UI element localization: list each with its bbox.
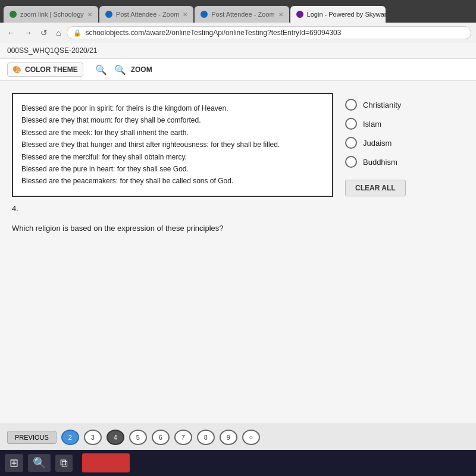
question-number: 4. — [12, 204, 333, 213]
zoom-out-button[interactable]: 🔍 — [93, 64, 109, 76]
tab-zoom-1[interactable]: Post Attendee - Zoom ✕ — [99, 6, 193, 23]
passage-line-3: Blessed are the meek: for they shall inh… — [21, 127, 324, 139]
page-num-3[interactable]: 3 — [84, 430, 102, 445]
task-view-button[interactable]: ⧉ — [55, 455, 73, 472]
passage-line-1: Blessed are the poor in spirit: for thei… — [21, 102, 324, 114]
passage-line-6: Blessed are the pure in heart: for they … — [21, 163, 324, 175]
passage-line-7: Blessed are the peacemakers: for they sh… — [21, 175, 324, 187]
answer-option-judaism[interactable]: Judaism — [345, 137, 464, 149]
radio-buddhism[interactable] — [345, 156, 357, 168]
back-button[interactable]: ← — [5, 27, 18, 39]
question-text: Which religion is based on the expressio… — [12, 224, 333, 233]
previous-button[interactable]: PREVIOUS — [7, 431, 57, 444]
tab-bar: zoom link | Schoology ✕ Post Attendee - … — [0, 0, 476, 23]
page-num-6[interactable]: 6 — [152, 430, 170, 445]
page-num-more[interactable]: ○ — [242, 430, 260, 445]
answer-option-buddhism[interactable]: Buddhism — [345, 156, 464, 168]
tab-schoology-label: zoom link | Schoology — [20, 11, 84, 18]
radio-christianity[interactable] — [345, 99, 357, 111]
tab-schoology[interactable]: zoom link | Schoology ✕ — [4, 6, 98, 23]
answer-judaism-label: Judaism — [363, 139, 392, 148]
radio-islam[interactable] — [345, 118, 357, 130]
zoom-in-button[interactable]: 🔍 — [112, 64, 129, 76]
radio-judaism[interactable] — [345, 137, 357, 149]
schoology-icon — [10, 11, 17, 18]
taskbar: ⊞ 🔍 ⧉ — [0, 450, 476, 476]
toolbar: 🎨 COLOR THEME 🔍 🔍 ZOOM — [0, 59, 476, 81]
tab-zoom-1-label: Post Attendee - Zoom — [116, 11, 179, 18]
url-text: schoolobjects.com/aware2/onlineTestingAp… — [85, 29, 341, 37]
palette-icon: 🎨 — [12, 65, 21, 74]
page-4-label: 4 — [114, 434, 117, 441]
page-num-4[interactable]: 4 — [107, 430, 124, 445]
page-2-label: 2 — [68, 434, 72, 441]
search-taskbar-button[interactable]: 🔍 — [28, 454, 51, 472]
passage-box: Blessed are the poor in spirit: for thei… — [12, 93, 333, 197]
page-more-label: ○ — [249, 434, 253, 441]
page-num-7[interactable]: 7 — [174, 430, 192, 445]
answer-option-islam[interactable]: Islam — [345, 118, 464, 130]
refresh-button[interactable]: ↺ — [38, 27, 50, 39]
clear-all-button[interactable]: CLEAR ALL — [345, 180, 406, 196]
start-button[interactable]: ⊞ — [5, 454, 23, 472]
zoom-icon-2 — [201, 11, 208, 18]
passage-line-2: Blessed are they that mourn: for they sh… — [21, 114, 324, 126]
page-6-label: 6 — [159, 434, 162, 441]
quiz-area: Blessed are the poor in spirit: for thei… — [0, 81, 476, 424]
page-5-label: 5 — [136, 434, 140, 441]
page-content: 000SS_WHQ1QSE-2020/21 🎨 COLOR THEME 🔍 🔍 … — [0, 43, 476, 424]
answers-section: Christianity Islam Judaism Buddhism CLEA… — [345, 93, 464, 412]
page-num-5[interactable]: 5 — [129, 430, 147, 445]
zoom-label: ZOOM — [131, 65, 152, 74]
tab-close-zoom1[interactable]: ✕ — [183, 11, 187, 18]
browser-window: zoom link | Schoology ✕ Post Attendee - … — [0, 0, 476, 476]
answer-islam-label: Islam — [363, 120, 381, 129]
address-bar-row: ← → ↺ ⌂ 🔒 schoolobjects.com/aware2/onlin… — [0, 23, 476, 43]
address-bar[interactable]: 🔒 schoolobjects.com/aware2/onlineTesting… — [67, 26, 471, 39]
page-num-2[interactable]: 2 — [61, 430, 79, 445]
question-section: Blessed are the poor in spirit: for thei… — [12, 93, 333, 412]
tab-skyward-label: Login - Powered by Skyward — [307, 11, 386, 18]
home-button[interactable]: ⌂ — [54, 27, 63, 39]
page-8-label: 8 — [204, 434, 208, 441]
answer-christianity-label: Christianity — [363, 101, 401, 109]
color-theme-label: COLOR THEME — [25, 65, 78, 74]
zoom-controls: 🔍 🔍 ZOOM — [93, 64, 152, 76]
breadcrumb: 000SS_WHQ1QSE-2020/21 — [0, 43, 476, 59]
answer-buddhism-label: Buddhism — [363, 158, 397, 167]
bottom-nav: PREVIOUS 2 3 4 5 6 7 8 9 ○ — [0, 424, 476, 450]
tab-close-schoology[interactable]: ✕ — [87, 11, 92, 18]
lock-icon: 🔒 — [73, 29, 82, 37]
page-9-label: 9 — [227, 434, 230, 441]
page-num-9[interactable]: 9 — [220, 430, 237, 445]
forward-button[interactable]: → — [21, 27, 35, 39]
tab-close-zoom2[interactable]: ✕ — [278, 11, 283, 18]
answer-option-christianity[interactable]: Christianity — [345, 99, 464, 111]
passage-line-5: Blessed are the merciful: for they shall… — [21, 151, 324, 163]
color-theme-button[interactable]: 🎨 COLOR THEME — [7, 62, 83, 77]
skyward-icon — [296, 11, 303, 18]
passage-line-4: Blessed are they that hunger and thirst … — [21, 139, 324, 151]
page-num-8[interactable]: 8 — [197, 430, 215, 445]
zoom-icon-1 — [105, 11, 112, 18]
tab-zoom-2[interactable]: Post Attendee - Zoom ✕ — [195, 6, 289, 23]
page-3-label: 3 — [91, 434, 95, 441]
page-7-label: 7 — [181, 434, 185, 441]
tab-skyward[interactable]: Login - Powered by Skyward ✕ — [290, 6, 386, 23]
breadcrumb-text: 000SS_WHQ1QSE-2020/21 — [7, 46, 97, 55]
taskbar-thumbnail[interactable] — [82, 453, 130, 472]
tab-zoom-2-label: Post Attendee - Zoom — [211, 11, 274, 18]
